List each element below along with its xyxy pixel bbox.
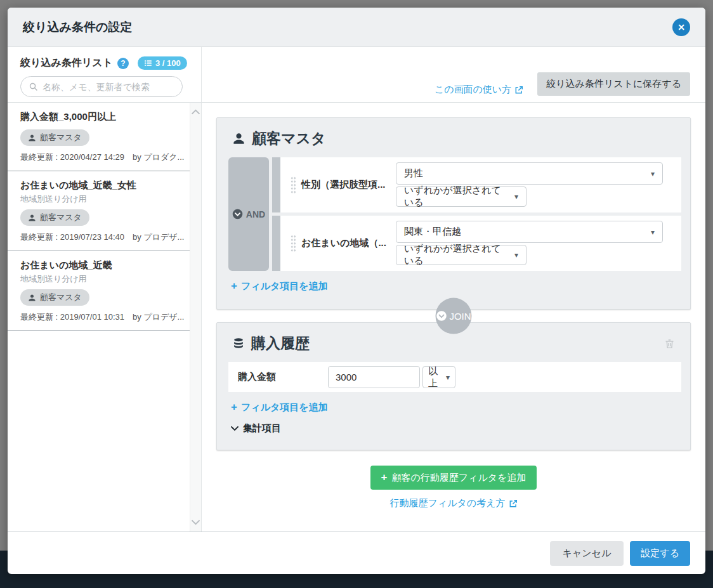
filter-field-label: お住まいの地域（... — [301, 237, 396, 249]
person-icon — [232, 132, 245, 145]
and-group: AND 性別（選択肢型項... 男性 — [228, 157, 681, 271]
list-item[interactable]: お住まいの地域_近畿 地域別送り分け用 顧客マスタ 最終更新 : 2019/07… — [8, 251, 201, 331]
close-button[interactable]: ✕ — [672, 18, 690, 36]
filter-settings-modal: 絞り込み条件の設定 ✕ 絞り込み条件リスト ? — [8, 8, 705, 574]
close-icon: ✕ — [677, 23, 685, 32]
submit-button[interactable]: 設定する — [630, 541, 690, 566]
list-scrollbar[interactable] — [190, 103, 201, 532]
row-connector-bar — [272, 157, 280, 212]
count-badge-text: 3 / 100 — [155, 58, 181, 68]
external-link-icon — [509, 499, 518, 508]
caret-down-icon: ▾ — [651, 228, 655, 237]
item-name: お住まいの地域_近畿_女性 — [20, 180, 173, 192]
gender-condition-select[interactable]: いずれかが選択されている ▾ — [396, 186, 527, 207]
scroll-up-icon[interactable] — [192, 109, 200, 115]
purchase-panel-title: 購入履歴 — [232, 334, 310, 353]
list-item[interactable]: お住まいの地域_近畿_女性 地域別送り分け用 顧客マスタ 最終更新 : 2019… — [8, 171, 201, 251]
external-link-icon — [514, 86, 523, 95]
add-behavior-filter-button[interactable]: + 顧客の行動履歴フィルタを追加 — [370, 466, 536, 490]
drag-handle-icon[interactable] — [291, 176, 296, 193]
filter-field-label: 性別（選択肢型項... — [301, 179, 396, 191]
caret-down-icon: ▾ — [651, 169, 655, 178]
modal-body: 購入金額_3,000円以上 顧客マスタ 最終更新 : 2020/04/27 14… — [8, 103, 705, 532]
filter-count-badge: 3 / 100 — [138, 56, 187, 70]
filter-row-gender: 性別（選択肢型項... 男性 ▾ いずれかが選択されている — [280, 157, 681, 212]
join-button[interactable]: JOIN — [436, 298, 472, 334]
modal-footer: キャンセル 設定する — [8, 532, 705, 574]
purchase-history-panel: 購入履歴 購入金額 以上 — [216, 322, 691, 450]
purchase-amount-input[interactable] — [328, 366, 420, 388]
toolbar: この画面の使い方 絞り込み条件リストに保存する — [202, 47, 705, 102]
amount-condition-select[interactable]: 以上 ▾ — [422, 366, 455, 388]
item-name: 購入金額_3,000円以上 — [20, 111, 173, 123]
filter-row-wrap: 性別（選択肢型項... 男性 ▾ いずれかが選択されている — [272, 157, 681, 212]
scroll-down-icon[interactable] — [192, 519, 200, 525]
search-icon — [29, 82, 38, 91]
list-icon — [144, 59, 152, 67]
chevron-circle-down-icon — [232, 209, 243, 219]
database-icon — [232, 337, 245, 350]
behavior-filter-help-link[interactable]: 行動履歴フィルタの考え方 — [389, 497, 517, 509]
filter-row-region: お住まいの地域（... 関東・甲信越 ▾ いずれかが選択されている — [280, 216, 681, 271]
item-updated: 最終更新 : 2020/04/27 14:29by プロダク... — [20, 152, 173, 163]
search-box — [20, 76, 183, 97]
item-name: お住まいの地域_近畿 — [20, 259, 173, 271]
plus-icon: + — [231, 401, 237, 414]
person-icon — [28, 134, 36, 142]
region-value-select[interactable]: 関東・甲信越 ▾ — [396, 221, 663, 243]
caret-down-icon: ▾ — [514, 192, 518, 201]
add-filter-item-link[interactable]: + フィルタ項目を追加 — [231, 401, 328, 414]
item-updated: 最終更新 : 2019/07/23 14:40by プロデザ... — [20, 232, 173, 243]
plus-icon: + — [381, 471, 387, 484]
plus-icon: + — [231, 280, 237, 292]
main-content: 顧客マスタ AND — [202, 103, 705, 532]
region-condition-select[interactable]: いずれかが選択されている ▾ — [396, 245, 527, 265]
modal-title: 絞り込み条件の設定 — [23, 19, 132, 36]
top-row: 絞り込み条件リスト ? 3 / 100 — [8, 47, 705, 103]
join-gap: JOIN — [216, 310, 691, 322]
sidebar-header: 絞り込み条件リスト ? 3 / 100 — [8, 47, 202, 102]
trash-icon — [664, 338, 675, 350]
delete-panel-button[interactable] — [664, 338, 675, 350]
help-icon[interactable]: ? — [117, 58, 129, 69]
chevron-circle-down-icon — [436, 311, 447, 322]
add-filter-item-link[interactable]: + フィルタ項目を追加 — [231, 280, 328, 292]
cancel-button[interactable]: キャンセル — [550, 541, 624, 566]
item-memo: 地域別送り分け用 — [20, 273, 173, 285]
person-icon — [28, 214, 36, 222]
purchase-amount-label: 購入金額 — [238, 371, 328, 383]
gender-value-select[interactable]: 男性 ▾ — [396, 162, 663, 185]
purchase-amount-row: 購入金額 以上 ▾ — [228, 362, 681, 392]
operator-toggle[interactable]: AND — [228, 157, 269, 271]
filter-list: 購入金額_3,000円以上 顧客マスタ 最終更新 : 2020/04/27 14… — [8, 103, 202, 532]
customer-master-panel: 顧客マスタ AND — [216, 117, 691, 310]
customer-panel-title: 顧客マスタ — [232, 129, 326, 148]
source-badge: 顧客マスタ — [20, 209, 89, 226]
row-connector-bar — [272, 216, 280, 271]
item-memo: 地域別送り分け用 — [20, 193, 173, 205]
aggregate-items-toggle[interactable]: 集計項目 — [231, 422, 281, 434]
filter-row-wrap: お住まいの地域（... 関東・甲信越 ▾ いずれかが選択されている — [272, 216, 681, 271]
search-input[interactable] — [43, 82, 174, 92]
source-badge: 顧客マスタ — [20, 129, 89, 146]
list-item[interactable]: 購入金額_3,000円以上 顧客マスタ 最終更新 : 2020/04/27 14… — [8, 103, 201, 171]
modal-header: 絞り込み条件の設定 ✕ — [8, 8, 705, 47]
sidebar-title: 絞り込み条件リスト — [20, 56, 113, 70]
screen-help-link[interactable]: この画面の使い方 — [435, 84, 523, 96]
person-icon — [28, 294, 36, 302]
source-badge: 顧客マスタ — [20, 289, 89, 306]
caret-down-icon: ▾ — [446, 373, 450, 382]
caret-down-icon: ▾ — [514, 251, 518, 259]
item-updated: 最終更新 : 2019/07/01 10:31by プロデザ... — [20, 311, 173, 323]
drag-handle-icon[interactable] — [291, 235, 296, 252]
chevron-down-icon — [231, 426, 239, 431]
save-to-list-button[interactable]: 絞り込み条件リストに保存する — [537, 72, 690, 96]
